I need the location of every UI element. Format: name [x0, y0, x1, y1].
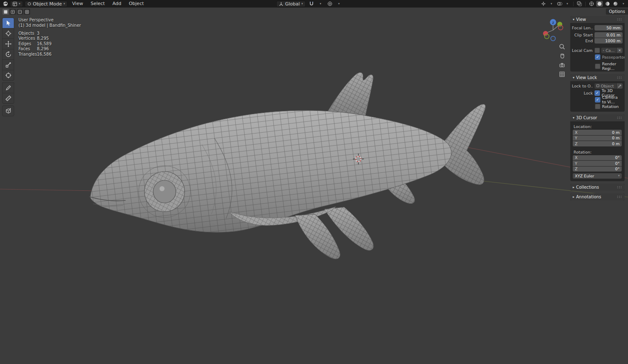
editor-type-selector[interactable]: ▾: [10, 1, 23, 7]
cursor-location-z-field[interactable]: Z 0 m: [573, 141, 622, 146]
panel-view: ▾ View Focal Len... 50 mm Clip Start 0.0…: [570, 16, 625, 72]
menu-select[interactable]: Select: [88, 0, 108, 8]
panel-collections-title: Collections: [576, 185, 599, 190]
proportional-edit-toggle[interactable]: [327, 1, 333, 7]
ortho-grid-icon: [559, 71, 565, 77]
select-mode-extend-button[interactable]: [10, 9, 16, 15]
focal-length-row: Focal Len... 50 mm: [572, 25, 623, 31]
panel-drag-grip[interactable]: [617, 76, 622, 79]
cursor-location-x-field[interactable]: X 0 m: [573, 130, 622, 135]
render-region-checkbox[interactable]: [595, 64, 600, 69]
rendered-shading-icon: [613, 1, 618, 6]
overlays-dropdown[interactable]: ▾: [564, 1, 571, 7]
scene-collection-label: (1) 3d model | Bandfin_Shiner: [18, 23, 81, 28]
gizmo-x-neg-axis[interactable]: [559, 26, 563, 30]
shading-wireframe-button[interactable]: [588, 1, 595, 7]
eyedropper-button[interactable]: [617, 83, 623, 89]
shading-rendered-button[interactable]: [612, 1, 619, 7]
material-shading-icon: [605, 1, 610, 6]
tool-add-primitive[interactable]: [2, 105, 14, 116]
xray-toggle[interactable]: [576, 1, 583, 7]
shading-material-button[interactable]: [604, 1, 611, 7]
shading-solid-button[interactable]: [596, 1, 603, 7]
measure-tool-icon: [5, 95, 12, 102]
select-mode-subtract-button[interactable]: [17, 9, 23, 15]
local-camera-field[interactable]: Ca...: [601, 48, 616, 53]
lock-to-object-field[interactable]: Object: [595, 83, 616, 89]
tool-measure[interactable]: [2, 93, 14, 104]
cursor-location-y-field[interactable]: Y 0 m: [573, 136, 622, 141]
zoom-button[interactable]: [558, 43, 566, 50]
magnet-icon: [309, 1, 314, 6]
add-cube-icon: [5, 108, 12, 114]
select-mode-intersect-button[interactable]: [24, 9, 30, 15]
tool-annotate[interactable]: [2, 82, 14, 93]
cursor-tool-icon: [5, 30, 12, 37]
shading-dropdown[interactable]: ▾: [620, 1, 627, 7]
panel-drag-grip[interactable]: [617, 186, 622, 189]
viewport-canvas[interactable]: [0, 0, 628, 364]
annotate-pen-icon: [5, 85, 12, 91]
panel-view-header[interactable]: ▾ View: [570, 16, 625, 23]
gizmo-z-neg-axis[interactable]: [551, 36, 556, 41]
menu-object[interactable]: Object: [126, 0, 147, 8]
show-gizmo-toggle[interactable]: [540, 1, 547, 7]
gizmo-dropdown[interactable]: ▾: [548, 1, 555, 7]
panel-drag-grip[interactable]: [617, 18, 622, 21]
pan-button[interactable]: [558, 52, 566, 59]
panel-view-lock-header[interactable]: ▾ View Lock: [570, 74, 625, 81]
tool-cursor[interactable]: [2, 28, 14, 38]
proportional-falloff-dropdown[interactable]: ▾: [336, 1, 342, 7]
chevron-down-icon: ▾: [566, 3, 568, 5]
tool-scale[interactable]: [2, 59, 14, 70]
tool-rotate[interactable]: [2, 49, 14, 59]
panel-annotations-header[interactable]: ▸ Annotations: [570, 193, 625, 200]
gizmo-y-neg-axis[interactable]: [545, 34, 549, 39]
navigation-gizmo[interactable]: z: [542, 18, 565, 44]
transform-orientation-dropdown[interactable]: Global ▾: [276, 1, 306, 7]
panel-drag-grip[interactable]: [617, 195, 622, 198]
clip-end-field[interactable]: 1000 m: [595, 38, 623, 44]
snap-toggle[interactable]: [308, 1, 315, 7]
panel-collections-header[interactable]: ▸ Collections: [570, 184, 625, 191]
camera-view-button[interactable]: [558, 61, 566, 69]
viewport-info-overlay: User Perspective (1) 3d model | Bandfin_…: [18, 17, 81, 28]
local-camera-checkbox[interactable]: [595, 48, 600, 53]
menu-view[interactable]: View: [69, 0, 86, 8]
options-button[interactable]: Options: [606, 8, 628, 15]
cursor-rotation-x-field[interactable]: X 0°: [573, 155, 622, 161]
select-mode-new-button[interactable]: [3, 9, 9, 15]
divider: [573, 2, 574, 6]
show-overlays-toggle[interactable]: [556, 1, 563, 7]
panel-drag-grip[interactable]: [617, 116, 622, 119]
menu-add[interactable]: Add: [109, 0, 124, 8]
focal-length-field[interactable]: 50 mm: [595, 25, 623, 31]
snap-settings-dropdown[interactable]: ▾: [317, 1, 324, 7]
chevron-down-icon: ▾: [551, 3, 552, 5]
orientation-label: Global: [285, 1, 300, 7]
cursor-rotation-z-field[interactable]: Z 0°: [573, 167, 622, 172]
cursor-rotation-y-field[interactable]: Y 0°: [573, 161, 622, 166]
to-3d-cursor-checkbox[interactable]: ✓: [595, 90, 600, 96]
tool-move[interactable]: [2, 38, 14, 49]
tool-transform[interactable]: [2, 70, 14, 81]
gizmo-icon: [541, 1, 546, 6]
toggle-ortho-button[interactable]: [558, 70, 566, 78]
lock-rotation-checkbox[interactable]: [595, 104, 600, 109]
chevron-down-icon: ▾: [338, 3, 340, 5]
mode-dropdown[interactable]: Object Mode ▾: [25, 1, 68, 7]
proportional-edit-icon: [327, 1, 332, 6]
chevron-down-icon: ▾: [618, 174, 620, 177]
passepartout-checkbox[interactable]: ✓: [595, 54, 600, 60]
fish-model[interactable]: [89, 72, 485, 259]
tool-select-box[interactable]: [2, 18, 14, 28]
panel-3d-cursor-header[interactable]: ▾ 3D Cursor: [570, 114, 625, 121]
camera-to-view-row: ✓ Camera to Vi...: [572, 97, 623, 103]
panel-annotations: ▸ Annotations: [570, 193, 625, 200]
scene-statistics: Objects3 Vertices8,295 Edges16,589 Faces…: [18, 31, 51, 57]
clear-camera-button[interactable]: ×: [617, 48, 623, 53]
clip-start-field[interactable]: 0.01 m: [595, 32, 623, 38]
rotation-mode-dropdown[interactable]: XYZ Euler ▾: [573, 173, 622, 179]
mode-label: Object Mode: [33, 1, 62, 7]
camera-to-view-checkbox[interactable]: ✓: [595, 97, 600, 103]
